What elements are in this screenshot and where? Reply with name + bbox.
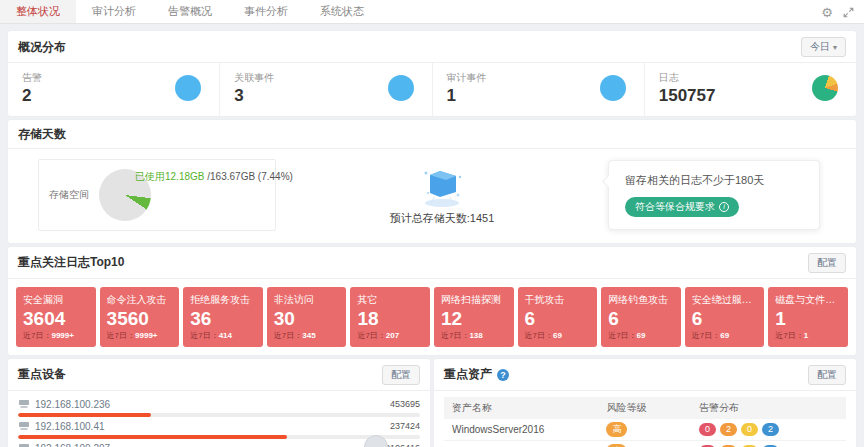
top10-item-value: 6 bbox=[525, 307, 591, 331]
devices-title: 重点设备 bbox=[18, 366, 66, 383]
compliance-badge-label: 符合等保合规要求 bbox=[635, 200, 715, 214]
top10-config-button[interactable]: 配置 bbox=[808, 253, 846, 273]
top10-item-title: 网络钓鱼攻击 bbox=[608, 293, 674, 307]
top10-item-value: 36 bbox=[190, 307, 256, 331]
top10-item-title: 安全漏洞 bbox=[23, 293, 89, 307]
top10-item-title: 其它 bbox=[357, 293, 423, 307]
top10-item-interference[interactable]: 干扰攻击 6 近7日：69 bbox=[518, 287, 598, 347]
top10-item-security-vuln[interactable]: 安全漏洞 3604 近7日：9999+ bbox=[16, 287, 96, 347]
tab-event-analysis[interactable]: 事件分析 bbox=[228, 0, 304, 23]
storage-space-panel: 存储空间 已使用12.18GB /163.67GB (7.44%) bbox=[38, 159, 276, 231]
asset-row[interactable]: WindowsServer2016 高 0 2 0 2 bbox=[444, 419, 846, 441]
top10-item-value: 6 bbox=[608, 307, 674, 331]
top10-item-security-bypass[interactable]: 安全绕过服务攻击 6 近7日：69 bbox=[685, 287, 765, 347]
tab-audit-analysis[interactable]: 审计分析 bbox=[76, 0, 152, 23]
device-row[interactable]: 192.168.100.236 453695 bbox=[18, 395, 420, 417]
top10-recent-value: 345 bbox=[302, 331, 315, 340]
tab-system-status[interactable]: 系统状态 bbox=[304, 0, 380, 23]
top10-item-title: 磁盘与文件系... bbox=[775, 293, 841, 307]
tab-overall-status[interactable]: 整体状况 bbox=[0, 0, 76, 23]
top10-recent-label: 近7日： bbox=[692, 331, 720, 340]
event-circle-icon bbox=[388, 75, 414, 101]
storage-usage-text: 已使用12.18GB /163.67GB (7.44%) bbox=[135, 170, 293, 184]
top10-item-value: 18 bbox=[357, 307, 423, 331]
top10-card-row: 安全漏洞 3604 近7日：9999+ 命令注入攻击 3560 近7日：9999… bbox=[8, 279, 856, 355]
gear-icon[interactable]: ⚙ bbox=[821, 6, 833, 19]
alarm-badge-low: 2 bbox=[762, 423, 779, 436]
log-pie-icon bbox=[812, 75, 838, 101]
info-icon: i bbox=[719, 202, 729, 212]
key-devices-card: 重点设备 配置 192.168.100.236 453695 192.168.1… bbox=[8, 359, 430, 447]
top10-item-network-scan[interactable]: 网络扫描探测 12 近7日：138 bbox=[434, 287, 514, 347]
fullscreen-icon[interactable] bbox=[843, 7, 854, 18]
top-tab-bar: 整体状况 审计分析 告警概况 事件分析 系统状态 ⚙ bbox=[0, 0, 864, 24]
top10-item-value: 12 bbox=[441, 307, 507, 331]
devices-config-button[interactable]: 配置 bbox=[382, 365, 420, 385]
top10-item-cmd-injection[interactable]: 命令注入攻击 3560 近7日：9999+ bbox=[100, 287, 180, 347]
storage-total-text: /163.67GB (7.44%) bbox=[207, 171, 293, 182]
stat-logs: 日志 150757 bbox=[645, 63, 856, 116]
top10-item-title: 干扰攻击 bbox=[525, 293, 591, 307]
asset-name: WindowsServer2016 bbox=[452, 424, 606, 435]
top10-recent-label: 近7日： bbox=[441, 331, 469, 340]
device-row[interactable]: 192.168.100.41 237424 bbox=[18, 417, 420, 439]
top10-item-phishing[interactable]: 网络钓鱼攻击 6 近7日：69 bbox=[601, 287, 681, 347]
top10-recent-value: 1 bbox=[804, 331, 808, 340]
tab-alert-overview[interactable]: 告警概况 bbox=[152, 0, 228, 23]
top10-item-title: 命令注入攻击 bbox=[107, 293, 173, 307]
top10-recent-label: 近7日： bbox=[23, 331, 51, 340]
key-assets-card: 重点资产 ? 配置 资产名称 风险等级 告警分布 WindowsServer20… bbox=[434, 359, 856, 447]
top10-item-title: 安全绕过服务攻击 bbox=[692, 293, 758, 307]
stat-label: 告警 bbox=[22, 71, 42, 85]
time-range-dropdown[interactable]: 今日▾ bbox=[801, 37, 846, 57]
top10-recent-value: 9999+ bbox=[51, 331, 73, 340]
device-ip: 192.168.100.207 bbox=[35, 443, 110, 447]
chevron-down-icon: ▾ bbox=[833, 43, 837, 52]
compliance-badge-button[interactable]: 符合等保合规要求 i bbox=[625, 197, 739, 217]
top10-recent-value: 138 bbox=[469, 331, 482, 340]
top10-recent-value: 69 bbox=[720, 331, 729, 340]
risk-badge: 高 bbox=[606, 422, 627, 437]
device-icon bbox=[18, 399, 30, 409]
col-asset-name: 资产名称 bbox=[452, 401, 606, 415]
device-row[interactable]: 192.168.100.207 2106416 bbox=[18, 439, 420, 447]
assets-table: 资产名称 风险等级 告警分布 WindowsServer2016 高 0 2 0… bbox=[434, 391, 856, 447]
alarm-badge-high: 2 bbox=[720, 423, 737, 436]
stat-audit-events: 审计事件 1 bbox=[433, 63, 645, 116]
assets-title: 重点资产 bbox=[444, 366, 492, 383]
stat-value: 1 bbox=[447, 87, 487, 106]
device-value: 2106416 bbox=[385, 443, 420, 447]
top10-item-dos-attack[interactable]: 拒绝服务攻击 36 近7日：414 bbox=[183, 287, 263, 347]
time-range-value: 今日 bbox=[810, 41, 830, 52]
stat-value: 150757 bbox=[659, 87, 716, 106]
stat-value: 2 bbox=[22, 87, 42, 106]
device-value: 237424 bbox=[390, 421, 420, 431]
alarm-badge-critical: 0 bbox=[699, 423, 716, 436]
top10-item-value: 30 bbox=[274, 307, 340, 331]
top10-recent-value: 69 bbox=[553, 331, 562, 340]
dashboard-content: 概况分布 今日▾ 告警 2 关联事件 3 bbox=[0, 24, 864, 447]
top10-title: 重点关注日志Top10 bbox=[18, 254, 124, 271]
asset-row[interactable]: UAC 高 0 2 0 0 bbox=[444, 441, 846, 447]
top10-item-value: 3604 bbox=[23, 307, 89, 331]
top10-item-title: 非法访问 bbox=[274, 293, 340, 307]
stat-label: 关联事件 bbox=[234, 71, 274, 85]
top10-item-value: 6 bbox=[692, 307, 758, 331]
storage-card: 存储天数 存储空间 已使用12.18GB /163.67GB (7.44%) bbox=[8, 120, 856, 243]
compliance-bubble: 留存相关的日志不少于180天 符合等保合规要求 i bbox=[608, 160, 820, 230]
top10-item-disk-filesystem[interactable]: 磁盘与文件系... 1 近7日：1 bbox=[768, 287, 848, 347]
top10-recent-label: 近7日： bbox=[775, 331, 803, 340]
alert-circle-icon bbox=[175, 75, 201, 101]
device-icon bbox=[18, 421, 30, 431]
top10-item-title: 网络扫描探测 bbox=[441, 293, 507, 307]
device-ip: 192.168.100.41 bbox=[35, 421, 105, 432]
stat-label: 审计事件 bbox=[447, 71, 487, 85]
top10-item-illegal-access[interactable]: 非法访问 30 近7日：345 bbox=[267, 287, 347, 347]
overview-title: 概况分布 bbox=[18, 39, 66, 56]
help-icon[interactable]: ? bbox=[497, 369, 509, 381]
alarm-badge-medium: 0 bbox=[741, 423, 758, 436]
top10-item-other[interactable]: 其它 18 近7日：207 bbox=[350, 287, 430, 347]
device-icon bbox=[18, 443, 30, 447]
assets-config-button[interactable]: 配置 bbox=[808, 365, 846, 385]
storage-title: 存储天数 bbox=[18, 126, 66, 143]
